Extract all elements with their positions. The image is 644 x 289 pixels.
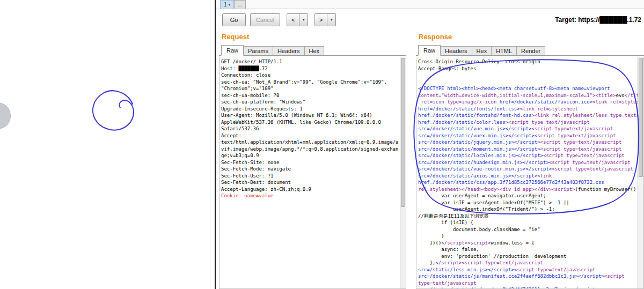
repeater-tab-more-label: ... (238, 2, 242, 8)
code-line: src=/docker/static/axios.min.js></script… (418, 173, 638, 180)
code-line: "Chromium";v="109" (221, 85, 400, 92)
code-line: src=/docker/static/moment.min.js></scrip… (418, 146, 638, 153)
code-line: sec-ch-ua: "Not_A Brand";v="99", "Google… (221, 79, 400, 86)
code-line: env: 'production' //production developme… (418, 253, 638, 260)
code-line: type=text/javascript (418, 280, 638, 287)
code-line: Sec-Fetch-User: ?1 (221, 173, 400, 180)
code-line: userAgent.indexOf("Trident/") > -1; (418, 206, 638, 213)
code-line: sec-ch-ua-platform: "Windows" (221, 99, 400, 106)
code-line: async: false, (418, 246, 638, 253)
repeater-tab-1-label: 1 (224, 2, 227, 8)
code-line (418, 79, 638, 86)
code-line: content="width=device-width,initial-scal… (418, 92, 638, 99)
repeater-tab-1[interactable]: 1 ▾ (220, 0, 234, 9)
code-line: src=/docker/static/js/manifest.cce2f4aef… (418, 273, 638, 280)
code-line: AppleWebKit/537.36 (KHTML, like Gecko) C… (221, 119, 400, 126)
code-line: Connection: close (221, 72, 400, 79)
code-line: var userAgent = navigator.userAgent; (418, 192, 638, 199)
response-tab-render[interactable]: Render (516, 46, 545, 55)
code-line: src=/docker/static/js/vendor.8b42d4f7f36… (418, 286, 638, 288)
code-line: src=/docker/static/vue-router.min.js></s… (418, 166, 638, 173)
repeater-window: 1 ▾ ... Go Cancel < ▾ > ▾ Target: https:… (216, 0, 644, 289)
go-button[interactable]: Go (222, 13, 246, 26)
repeater-tab-bar: 1 ▾ ... (216, 0, 644, 9)
code-line: vif,image/webp,image/apng,*/*;q=0.8,appl… (221, 146, 400, 153)
request-tabs: Raw Params Headers Hex (219, 45, 406, 56)
response-panel: Response Raw Headers Hex HTML Render Cro… (416, 31, 644, 289)
cancel-button[interactable]: Cancel (250, 13, 280, 26)
code-line: src=/docker/static/huadesign.min.js></sc… (418, 159, 638, 166)
code-line: Cookie: name=value (221, 192, 400, 199)
code-line: rel=stylesheet></head><body><div id=app>… (418, 186, 638, 193)
code-line: //判断是否是IE11及以下浏览器 (418, 213, 638, 220)
history-back-group: < ▾ (287, 13, 308, 26)
left-canvas (0, 0, 215, 289)
response-tab-hex[interactable]: Hex (472, 46, 492, 55)
target-url-suffix: .1.72 (627, 16, 641, 24)
code-line: href=/docker/static/fonts/font.css><link… (418, 106, 638, 113)
target-label: Target: https://██████.1.72 (555, 16, 644, 24)
code-line: src=/docker/static/vue.min.js></script><… (418, 125, 638, 132)
code-line: Sec-Fetch-Mode: navigate (221, 166, 400, 173)
request-tab-params[interactable]: Params (243, 46, 273, 55)
request-editor-text[interactable]: GET /docker/ HTTP/1.1Host: ███████.72Con… (219, 57, 400, 288)
code-line: rel=icon type=image/x-icon href=/docker/… (418, 99, 638, 106)
response-tabs: Raw Headers Hex HTML Render (416, 45, 644, 56)
code-line: Safari/537.36 (221, 125, 400, 132)
code-line: User-Agent: Mozilla/5.0 (Windows NT 6.1;… (221, 112, 400, 119)
code-line: src=/docker/static/locales.min.js></scri… (418, 152, 638, 159)
code-line: text/html,application/xhtml+xml,applicat… (221, 139, 400, 146)
request-panel: Request Raw Params Headers Hex GET /dock… (219, 31, 406, 289)
code-line: sec-ch-ua-mobile: ?0 (221, 92, 400, 99)
request-editor[interactable]: GET /docker/ HTTP/1.1Host: ███████.72Con… (219, 57, 406, 289)
response-editor[interactable]: Cross-Origin-Resource-Policy: cross-orig… (416, 57, 644, 289)
code-line: var isIE = userAgent.indexOf("MSIE") > -… (418, 199, 638, 206)
toolbar: Go Cancel < ▾ > ▾ Target: https://██████… (216, 9, 644, 31)
code-line: Accept-Language: zh-CN,zh;q=0.9 (221, 186, 400, 193)
request-tab-hex[interactable]: Hex (304, 46, 325, 55)
response-editor-text[interactable]: Cross-Origin-Resource-Policy: cross-orig… (416, 57, 638, 288)
request-panel-title: Request (222, 33, 406, 41)
response-panel-title: Response (419, 33, 644, 41)
request-scrollbar-thumb[interactable] (401, 58, 405, 207)
code-line: Accept: (221, 132, 400, 139)
code-line: href=/docker/static/color.less><script t… (418, 119, 638, 126)
repeater-tab-more[interactable]: ... (234, 0, 246, 9)
code-line (418, 72, 638, 79)
code-line: Sec-Fetch-Site: none (221, 159, 400, 166)
response-tab-html[interactable]: HTML (491, 46, 517, 55)
code-line: Accept-Ranges: bytes (418, 65, 638, 72)
response-scrollbar[interactable] (638, 57, 643, 288)
history-forward-dropdown[interactable]: ▾ (327, 13, 336, 26)
code-line: };</script><script type=text/javascript (418, 260, 638, 266)
request-tab-headers[interactable]: Headers (273, 46, 305, 55)
history-forward-button[interactable]: > (314, 13, 327, 26)
response-tab-headers[interactable]: Headers (440, 46, 472, 55)
code-line: ge;v=b3;q=0.9 (221, 152, 400, 159)
code-line: } (418, 233, 638, 240)
code-line: Sec-Fetch-Dest: document (221, 179, 400, 186)
code-line: href=/docker/static/css/app.3f71d85cc272… (418, 179, 638, 186)
code-line: Cross-Origin-Resource-Policy: cross-orig… (418, 58, 638, 65)
code-line: if (isIE) { (418, 219, 638, 226)
request-scrollbar[interactable] (400, 57, 406, 288)
history-back-button[interactable]: < (287, 13, 299, 26)
code-line: src=/docker/static/vuex.min.js></script>… (418, 132, 638, 139)
redaction-box: ██████ (599, 16, 627, 24)
target-url-prefix: Target: https:// (555, 16, 599, 24)
code-line: GET /docker/ HTTP/1.1 (221, 58, 400, 65)
chevron-down-icon: ▾ (229, 3, 231, 7)
code-line: src=/docker/static/jquery.min.js></scrip… (418, 139, 638, 146)
code-line: src=/static/less.min.js></script><script… (418, 266, 638, 273)
request-tab-raw[interactable]: Raw (221, 45, 244, 56)
code-line: Host: ███████.72 (221, 65, 400, 72)
response-scrollbar-thumb[interactable] (639, 58, 643, 177)
history-back-dropdown[interactable]: ▾ (299, 13, 308, 26)
code-line: })()</script><script>window.less = { (418, 240, 638, 247)
collapsed-panel-handle[interactable] (0, 103, 11, 129)
code-line: href=/docker/static/fontshd/font-hd.css>… (418, 112, 638, 119)
history-forward-group: > ▾ (314, 13, 336, 26)
code-line: document.body.className = "ie" (418, 226, 638, 233)
code-line: Upgrade-Insecure-Requests: 1 (221, 106, 400, 113)
response-tab-raw[interactable]: Raw (418, 45, 441, 56)
